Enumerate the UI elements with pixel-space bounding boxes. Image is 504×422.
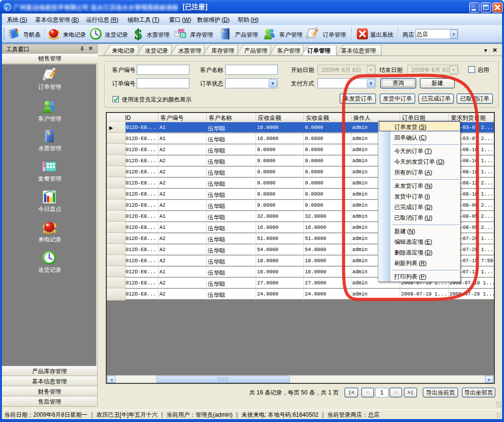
svg-text:$: $ [135,27,142,41]
